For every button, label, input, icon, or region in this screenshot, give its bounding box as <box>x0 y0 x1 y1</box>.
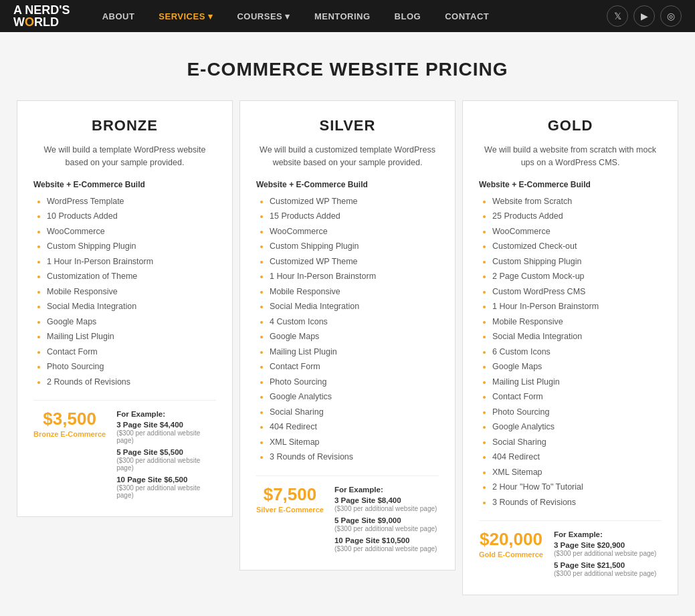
list-item: Mobile Responsive <box>47 286 216 298</box>
instagram-icon[interactable]: ◎ <box>660 5 682 27</box>
list-item: 1 Hour In-Person Brainstorm <box>270 271 439 283</box>
silver-features: Customized WP Theme 15 Products Added Wo… <box>256 196 439 464</box>
list-item: Photo Sourcing <box>47 361 216 373</box>
bronze-example-0: 3 Page Site $4,400 <box>116 421 216 429</box>
bronze-price: $3,500 <box>33 410 106 427</box>
silver-price-label: Silver E-Commerce <box>256 506 324 514</box>
bronze-footer: $3,500 Bronze E-Commerce For Example: 3 … <box>33 400 216 503</box>
bronze-for-example: For Example: <box>116 410 216 418</box>
silver-example-1: 5 Page Site $9,000 <box>334 516 439 524</box>
list-item: Google Maps <box>270 331 439 343</box>
nav-contact[interactable]: CONTACT <box>433 0 501 32</box>
list-item: WooCommerce <box>492 226 662 238</box>
nav-courses[interactable]: COURSES ▾ <box>225 0 302 32</box>
gold-price-label: Gold E-Commerce <box>479 550 543 558</box>
list-item: 3 Rounds of Revisions <box>270 451 439 464</box>
silver-title: SILVER <box>256 117 439 134</box>
list-item: 3 Rounds of Revisions <box>492 497 662 509</box>
bronze-card: BRONZE We will build a template WordPres… <box>17 100 233 517</box>
list-item: Mobile Responsive <box>270 286 439 298</box>
list-item: Custom Shipping Plugin <box>492 256 662 268</box>
nav-about[interactable]: ABOUT <box>90 0 147 32</box>
list-item: 15 Products Added <box>270 211 439 223</box>
nav-mentoring[interactable]: MENTORING <box>302 0 383 32</box>
list-item: Contact Form <box>492 391 662 403</box>
list-item: 6 Custom Icons <box>492 346 662 358</box>
gold-footer: $20,000 Gold E-Commerce For Example: 3 P… <box>479 520 662 581</box>
list-item: Photo Sourcing <box>492 407 662 419</box>
list-item: XML Sitemap <box>492 467 662 479</box>
page-title: E-COMMERCE WEBSITE PRICING <box>0 32 695 100</box>
gold-title: GOLD <box>479 117 662 134</box>
list-item: Mailing List Plugin <box>270 346 439 358</box>
list-item: 4 Custom Icons <box>270 316 439 328</box>
nav-social-icons: 𝕏 ▶ ◎ <box>607 5 682 27</box>
list-item: Social Sharing <box>492 437 662 449</box>
gold-price-block: $20,000 Gold E-Commerce <box>479 530 543 558</box>
nav-links: ABOUT SERVICES ▾ COURSES ▾ MENTORING BLO… <box>90 0 607 32</box>
silver-price: $7,500 <box>256 486 324 503</box>
list-item: Contact Form <box>47 346 216 358</box>
gold-example-1: 5 Page Site $21,500 <box>554 561 662 569</box>
list-item: WordPress Template <box>47 196 216 208</box>
gold-card: GOLD We will build a website from scratc… <box>462 100 678 595</box>
gold-examples: For Example: 3 Page Site $20,900 ($300 p… <box>554 530 662 581</box>
silver-card: SILVER We will build a customized templa… <box>239 100 456 571</box>
gold-example-1-note: ($300 per additional website page) <box>554 570 662 577</box>
list-item: Social Media Integration <box>270 301 439 313</box>
bronze-example-1-note: ($300 per additional website page) <box>116 457 216 472</box>
silver-example-2-note: ($300 per additional website page) <box>334 545 439 552</box>
gold-features: Website from Scratch 25 Products Added W… <box>479 196 662 509</box>
list-item: Google Analytics <box>492 421 662 433</box>
list-item: Social Media Integration <box>47 301 216 313</box>
bronze-price-label: Bronze E-Commerce <box>33 430 106 438</box>
list-item: Contact Form <box>270 361 439 373</box>
list-item: 25 Products Added <box>492 211 662 223</box>
gold-desc: We will build a website from scratch wit… <box>479 144 662 169</box>
gold-price: $20,000 <box>479 530 543 548</box>
nav-services[interactable]: SERVICES ▾ <box>146 0 225 32</box>
gold-example-0-note: ($300 per additional website page) <box>554 550 662 557</box>
list-item: 10 Products Added <box>47 211 216 223</box>
pricing-container: BRONZE We will build a template WordPres… <box>0 100 695 616</box>
silver-example-0: 3 Page Site $8,400 <box>334 496 439 504</box>
silver-examples: For Example: 3 Page Site $8,400 ($300 pe… <box>334 486 439 556</box>
silver-desc: We will build a customized template Word… <box>256 144 439 169</box>
list-item: WooCommerce <box>270 226 439 238</box>
nav-blog[interactable]: BLOG <box>383 0 433 32</box>
list-item: Google Analytics <box>270 391 439 403</box>
list-item: 404 Redirect <box>270 421 439 433</box>
gold-example-0: 3 Page Site $20,900 <box>554 541 662 549</box>
bronze-example-2: 10 Page Site $6,500 <box>116 476 216 484</box>
bronze-desc: We will build a template WordPress websi… <box>33 144 216 169</box>
list-item: Custom Shipping Plugin <box>47 241 216 253</box>
list-item: Google Maps <box>47 316 216 328</box>
list-item: Mobile Responsive <box>492 316 662 328</box>
list-item: Custom WordPress CMS <box>492 286 662 298</box>
nav-logo: A NERD'SWORLD <box>13 4 70 28</box>
list-item: 1 Hour In-Person Brainstorm <box>492 301 662 313</box>
list-item: Customized WP Theme <box>270 256 439 268</box>
bronze-price-block: $3,500 Bronze E-Commerce <box>33 410 106 438</box>
silver-section-header: Website + E-Commerce Build <box>256 180 439 189</box>
list-item: WooCommerce <box>47 226 216 238</box>
youtube-icon[interactable]: ▶ <box>633 5 655 27</box>
list-item: 2 Rounds of Revisions <box>47 377 216 389</box>
silver-example-1-note: ($300 per additional website page) <box>334 525 439 532</box>
gold-for-example: For Example: <box>554 530 662 538</box>
list-item: Website from Scratch <box>492 196 662 208</box>
bronze-title: BRONZE <box>33 117 216 134</box>
list-item: Customized WP Theme <box>270 196 439 208</box>
silver-footer: $7,500 Silver E-Commerce For Example: 3 … <box>256 476 439 556</box>
twitter-icon[interactable]: 𝕏 <box>607 5 628 27</box>
list-item: Mailing List Plugin <box>47 331 216 343</box>
navbar: A NERD'SWORLD ABOUT SERVICES ▾ COURSES ▾… <box>0 0 695 32</box>
bronze-features: WordPress Template 10 Products Added Woo… <box>33 196 216 389</box>
bronze-section-header: Website + E-Commerce Build <box>33 180 216 189</box>
bronze-example-1: 5 Page Site $5,500 <box>116 448 216 456</box>
list-item: Customization of Theme <box>47 271 216 283</box>
silver-price-block: $7,500 Silver E-Commerce <box>256 486 324 514</box>
list-item: 2 Page Custom Mock-up <box>492 271 662 283</box>
list-item: 404 Redirect <box>492 451 662 464</box>
silver-example-2: 10 Page Site $10,500 <box>334 536 439 544</box>
